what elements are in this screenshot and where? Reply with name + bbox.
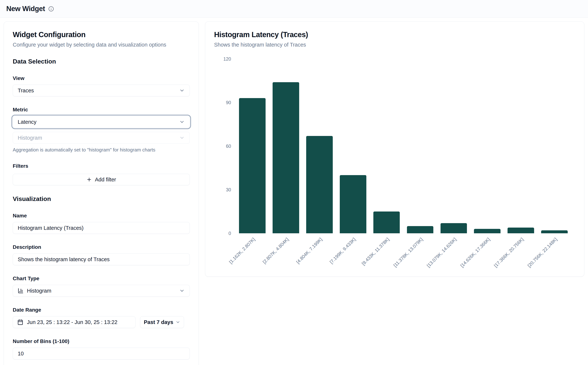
y-tick-label: 60: [226, 144, 231, 149]
histogram-bin: [13.079K, 14.626K]: [437, 59, 471, 233]
y-tick-label: 90: [226, 100, 231, 105]
view-label: View: [13, 75, 190, 81]
x-tick-label: [9.433K, 11.378K]: [361, 237, 390, 266]
chart-type-select-value: Histogram: [27, 288, 51, 294]
histogram-bin: [17.366K, 20.756K]: [504, 59, 538, 233]
x-tick-label: [7.199K, 9.433K]: [329, 237, 357, 265]
date-preset-select[interactable]: Past 7 days: [140, 316, 184, 328]
date-range-input[interactable]: Jun 23, 25 : 13:22 - Jun 30, 25 : 13:22: [13, 316, 136, 328]
date-range-value: Jun 23, 25 : 13:22 - Jun 30, 25 : 13:22: [27, 319, 117, 325]
bar: [507, 228, 534, 233]
bar: [441, 223, 467, 233]
histogram-bin: [11.378K, 13.079K]: [403, 59, 437, 233]
bar: [340, 175, 366, 233]
bins-input[interactable]: [13, 348, 190, 359]
histogram-bin: [20.756K, 22.148K]: [538, 59, 571, 233]
bins-label: Number of Bins (1-100): [13, 338, 190, 344]
bar: [373, 211, 400, 233]
calendar-icon: [17, 319, 23, 325]
chevron-down-icon: [179, 88, 185, 93]
widget-configuration-card: Widget Configuration Configure your widg…: [4, 21, 199, 365]
bar: [273, 82, 299, 233]
x-tick-label: [1.162K, 2.807K]: [228, 237, 256, 265]
plus-icon: [86, 177, 92, 182]
aggregation-select-value: Histogram: [18, 135, 179, 141]
histogram-bin: [7.199K, 9.433K]: [336, 59, 370, 233]
config-subtitle: Configure your widget by selecting data …: [13, 42, 190, 48]
page-header: New Widget: [0, 0, 588, 18]
x-tick-label: [20.756K, 22.148K]: [526, 237, 558, 268]
x-tick-label: [4.804K, 7.199K]: [295, 237, 323, 265]
config-title: Widget Configuration: [13, 30, 190, 39]
bar: [239, 98, 266, 233]
chevron-down-icon: [176, 320, 180, 324]
chart-plot-area: 0306090120 [1.162K, 2.807K][2.807K, 4.80…: [235, 59, 571, 233]
date-preset-value: Past 7 days: [144, 319, 173, 325]
view-select[interactable]: Traces: [13, 84, 190, 96]
x-tick-label: [11.378K, 13.079K]: [392, 237, 424, 268]
y-tick-label: 120: [223, 56, 231, 62]
y-tick-label: 30: [226, 187, 231, 192]
x-tick-label: [2.807K, 4.804K]: [261, 237, 290, 265]
histogram-chart-icon: [18, 288, 24, 294]
info-icon[interactable]: [48, 6, 54, 12]
chart-preview-card: Histogram Latency (Traces) Shows the his…: [205, 21, 584, 277]
x-tick-label: [13.079K, 14.626K]: [426, 237, 458, 268]
histogram-bin: [4.804K, 7.199K]: [303, 59, 336, 233]
bar: [407, 226, 434, 233]
page-title: New Widget: [6, 5, 45, 13]
aggregation-helper-text: Aggregation is automatically set to "his…: [13, 147, 190, 153]
metric-select[interactable]: Latency: [13, 116, 190, 128]
histogram-bin: [1.162K, 2.807K]: [235, 59, 269, 233]
y-tick-label: 0: [228, 231, 231, 236]
metric-select-value: Latency: [18, 119, 179, 125]
histogram-bin: [2.807K, 4.804K]: [269, 59, 303, 233]
description-input[interactable]: [13, 253, 190, 265]
histogram-chart: 0306090120 [1.162K, 2.807K][2.807K, 4.80…: [214, 59, 575, 268]
add-filter-button[interactable]: Add filter: [13, 174, 190, 185]
histogram-bin: [9.433K, 11.378K]: [370, 59, 403, 233]
chart-title: Histogram Latency (Traces): [214, 30, 575, 39]
histogram-bin: [14.626K, 17.366K]: [471, 59, 504, 233]
chevron-down-icon: [179, 119, 185, 125]
section-visualization: Visualization: [13, 195, 190, 203]
description-label: Description: [13, 244, 190, 250]
x-tick-label: [17.366K, 20.756K]: [493, 237, 525, 268]
chevron-down-icon: [179, 288, 185, 294]
date-range-label: Date Range: [13, 307, 190, 313]
chart-type-label: Chart Type: [13, 276, 190, 281]
x-tick-label: [14.626K, 17.366K]: [459, 237, 491, 268]
bar: [541, 230, 568, 233]
chart-bars: [1.162K, 2.807K][2.807K, 4.804K][4.804K,…: [235, 59, 571, 233]
chevron-down-icon: [179, 135, 185, 140]
bar: [306, 136, 333, 233]
metric-label: Metric: [13, 107, 190, 113]
chart-subtitle: Shows the histogram latency of Traces: [214, 42, 575, 48]
name-input[interactable]: [13, 222, 190, 234]
view-select-value: Traces: [18, 88, 179, 94]
name-label: Name: [13, 213, 190, 219]
chart-type-select[interactable]: Histogram: [13, 285, 190, 297]
section-data-selection: Data Selection: [13, 58, 190, 65]
add-filter-label: Add filter: [95, 177, 116, 183]
filters-label: Filters: [13, 163, 190, 169]
aggregation-select: Histogram: [13, 132, 190, 144]
bar: [474, 229, 500, 233]
